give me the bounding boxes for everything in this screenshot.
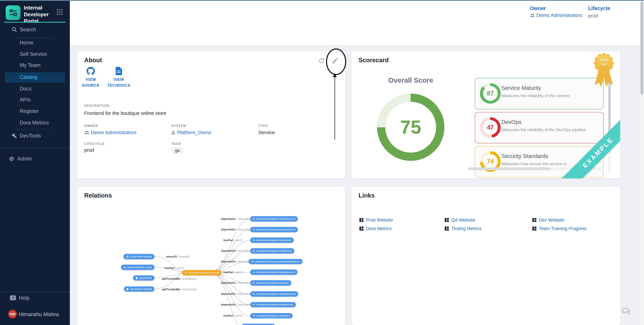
graph-node-api-petstore[interactable]: api:petstore	[133, 275, 154, 281]
type-field-value: Service	[258, 130, 275, 135]
edge-label: apiProvidedBy / providesApi	[162, 277, 197, 280]
refresh-icon[interactable]	[318, 57, 325, 64]
graph-node-center[interactable]: component:boutique-frontend	[182, 270, 222, 275]
header-owner: Owner Demo Administrators	[530, 5, 582, 18]
annotation-circle	[326, 48, 346, 75]
link-dora-metrics[interactable]: Dora Metrics	[360, 226, 392, 231]
graph-node[interactable]: component:boutique-checkoutservice	[250, 291, 298, 297]
lifecycle-label: Lifecycle	[588, 5, 610, 11]
dashboard-icon	[532, 227, 536, 231]
dashboard-icon	[360, 227, 364, 231]
help-chat-icon: ?	[10, 295, 16, 300]
description-value: Frontend for the boutique online store	[84, 110, 166, 116]
component-icon	[253, 239, 255, 242]
graph-node-system[interactable]: system:Platform_Demo	[121, 265, 154, 270]
sidebar-divider	[15, 129, 54, 130]
sidebar: Internal Developer Portal Search Home Se…	[0, 0, 70, 325]
api-icon	[126, 288, 129, 291]
graph-node-owner[interactable]: Demo Administrators	[124, 254, 154, 259]
graph-node-partial[interactable]	[242, 324, 275, 325]
link-testing-metrics[interactable]: Testing Metrics	[445, 226, 482, 231]
graph-node[interactable]: component:boutique-emailservice	[250, 248, 294, 254]
owner-label: Owner	[530, 5, 582, 11]
links-card: Links Prod Website QA Website Dev Websit…	[352, 187, 620, 325]
gear-icon: ⚙	[9, 156, 14, 162]
sidebar-item-self-service[interactable]: Self Service	[0, 49, 70, 59]
about-title: About	[84, 57, 102, 64]
scorecard-title: Scorecard	[358, 57, 389, 64]
system-field-label: SYSTEM	[171, 124, 186, 128]
graph-node[interactable]: component:boutique-currencyservice	[250, 216, 298, 222]
system-icon	[124, 266, 126, 269]
techdocs-icon	[115, 67, 122, 75]
gold-tier-badge: Gold Tier	[593, 52, 614, 89]
sidebar-item-devtools[interactable]: DevTools	[0, 131, 70, 141]
edge-label: apiProvidedBy / providesApi	[162, 288, 197, 291]
component-icon	[184, 271, 187, 274]
portal-logo-icon	[8, 8, 18, 17]
graph-node[interactable]: component:boutique-redisservice	[250, 238, 294, 243]
sidebar-item-docs[interactable]: Docs	[0, 84, 70, 94]
edge-label: hasPart / partOf	[224, 239, 243, 242]
brand-logo[interactable]	[6, 5, 20, 20]
sidebar-item-label: Search	[20, 27, 36, 32]
relations-card: Relations Demo Administrators system:	[77, 187, 345, 325]
dashboard-icon	[445, 227, 449, 231]
link-dev-website[interactable]: Dev Website	[532, 218, 564, 223]
wrench-icon	[12, 133, 17, 139]
window-top-strip	[0, 0, 644, 1]
sidebar-item-dora-metrics[interactable]: Dora Metrics	[0, 118, 70, 128]
sidebar-item-admin[interactable]: ⚙ Admin	[0, 154, 70, 164]
relations-graph-edges	[77, 187, 345, 325]
tag-chip[interactable]: go	[171, 146, 184, 154]
graph-node[interactable]: component:boutique-adservice	[250, 280, 291, 286]
graph-node[interactable]: component:boutique-paymentservice	[250, 227, 298, 232]
tags-field-label: TAGS	[171, 142, 181, 146]
sidebar-item-apis[interactable]: APIs	[0, 95, 70, 105]
link-prod-website[interactable]: Prod Website	[360, 218, 393, 223]
edge-label: hasPart / partOf	[224, 314, 243, 317]
page-scrollbar-thumb[interactable]	[640, 2, 643, 94]
group-icon	[126, 255, 128, 258]
scorecard-card: Scorecard Overall Score 75 87 Service Ma…	[352, 51, 620, 178]
link-team-training-progress[interactable]: Team Training Progress	[532, 226, 586, 231]
api-icon	[136, 277, 138, 279]
edge-label: dependsOn / dependencyOf	[221, 260, 255, 263]
sidebar-item-help[interactable]: ? Help	[0, 293, 70, 303]
apps-grid-icon[interactable]	[56, 8, 63, 15]
view-source-button[interactable]: VIEW SOURCE	[78, 67, 103, 88]
sidebar-item-search[interactable]: Search	[0, 25, 70, 34]
chat-icon[interactable]	[622, 307, 630, 315]
dashboard-icon	[360, 218, 364, 222]
edge-label: ownerOf / ownedBy	[166, 255, 190, 258]
graph-node[interactable]: component:boutique-productcatalogservice	[248, 259, 302, 264]
search-icon	[12, 27, 17, 32]
page-scrollbar[interactable]	[640, 0, 644, 325]
user-name[interactable]: Himanshu Mishra	[19, 312, 59, 317]
dashboard-icon	[445, 218, 449, 222]
owner-link[interactable]: Demo Administrators	[530, 12, 582, 18]
overall-score-label: Overall Score	[352, 76, 470, 84]
link-qa-website[interactable]: QA Website	[445, 218, 475, 223]
brand-title: Internal Developer Portal	[24, 4, 58, 24]
sidebar-item-register[interactable]: Register	[0, 106, 70, 116]
group-icon	[84, 130, 89, 134]
system-field-value[interactable]: Platform_Demo	[171, 130, 211, 135]
sidebar-item-catalog[interactable]: Catalog	[0, 72, 70, 82]
scorecard-item-devops[interactable]: 47 DevOps Measures the reliability of th…	[475, 112, 604, 143]
edge-label: dependsOn / dependencyOf	[221, 228, 255, 231]
view-techdocs-button[interactable]: VIEW TECHDOCS	[105, 67, 132, 88]
graph-node[interactable]: component:boutique-cartservice	[250, 313, 292, 319]
items-scrollbar[interactable]	[608, 77, 611, 172]
edge-label: dependsOn / dependencyOf	[221, 293, 255, 296]
graph-node[interactable]: component:boutique-loadgenerator	[250, 302, 296, 308]
graph-node-api-starwars[interactable]: api:starwars-graphql	[124, 287, 154, 292]
owner-field-value[interactable]: Demo Administrators	[84, 130, 136, 135]
sidebar-item-my-team[interactable]: My Team	[0, 60, 70, 70]
lifecycle-value: prod	[588, 13, 610, 19]
sidebar-item-home[interactable]: Home	[0, 38, 70, 48]
scorecard-item-service-maturity[interactable]: 87 Service Maturity Measures the reliabi…	[475, 78, 604, 109]
graph-node[interactable]: component:boutique-shippingservice	[250, 270, 298, 275]
sidebar-accent-divider	[4, 22, 66, 23]
user-avatar[interactable]: HM	[8, 310, 17, 318]
